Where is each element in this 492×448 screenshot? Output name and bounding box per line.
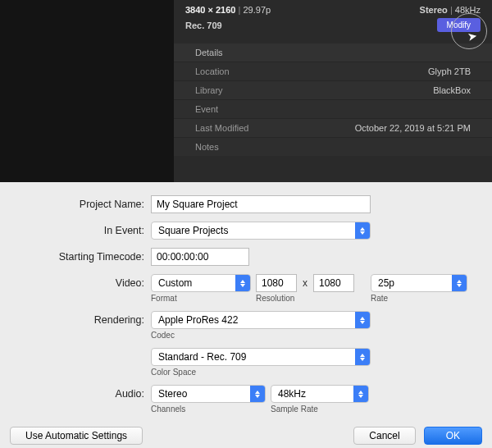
format-sublabel: Format (151, 294, 251, 303)
rendering-label: Rendering: (10, 311, 151, 326)
project-settings-dialog: Project Name: In Event: Square Projects … (0, 182, 492, 448)
project-name-label: Project Name: (10, 195, 151, 210)
detail-row-location: Location Glyph 2TB (174, 62, 492, 80)
samplerate-select[interactable]: 48kHz (271, 385, 369, 403)
colorspace-select[interactable]: Standard - Rec. 709 (151, 348, 371, 366)
audio-label: Audio: (10, 385, 151, 400)
modify-button[interactable]: Modify (437, 18, 481, 32)
project-name-input[interactable] (151, 195, 371, 213)
inspector-panel: 3840 × 2160 | 29.97p Stereo | 48kHz Rec.… (0, 0, 492, 182)
inspector-info: 3840 × 2160 | 29.97p Stereo | 48kHz Rec.… (174, 0, 492, 182)
audio-mode: Stereo | 48kHz (420, 5, 481, 15)
video-label: Video: (10, 274, 151, 289)
chevron-updown-icon (355, 222, 370, 239)
chevron-updown-icon (452, 275, 467, 291)
chevron-updown-icon (353, 386, 368, 402)
res-height-input[interactable] (313, 274, 354, 292)
ok-button[interactable]: OK (424, 427, 482, 445)
details-header: Details (174, 43, 492, 62)
chevron-updown-icon (250, 386, 265, 402)
detail-row-modified: Last Modified October 22, 2019 at 5:21 P… (174, 118, 492, 137)
channels-sublabel: Channels (151, 405, 266, 414)
rate-select[interactable]: 25p (371, 274, 467, 292)
channels-select[interactable]: Stereo (151, 385, 266, 403)
chevron-updown-icon (355, 349, 370, 365)
resolution-text: 3840 × 2160 | 29.97p (185, 5, 271, 15)
timecode-label: Starting Timecode: (10, 248, 151, 263)
colorspace-sublabel: Color Space (151, 368, 371, 377)
timecode-input[interactable] (151, 248, 249, 266)
automatic-settings-button[interactable]: Use Automatic Settings (10, 427, 143, 445)
detail-row-library: Library BlackBox (174, 80, 492, 99)
codec-select[interactable]: Apple ProRes 422 (151, 311, 371, 329)
res-width-input[interactable] (256, 274, 297, 292)
chevron-updown-icon (355, 312, 370, 328)
detail-row-notes: Notes (174, 137, 492, 156)
in-event-select[interactable]: Square Projects (151, 222, 371, 240)
detail-row-event: Event (174, 99, 492, 118)
colorspace-text: Rec. 709 (185, 21, 222, 30)
viewer-placeholder (0, 0, 174, 182)
samplerate-sublabel: Sample Rate (271, 405, 369, 414)
format-select[interactable]: Custom (151, 274, 251, 292)
in-event-label: In Event: (10, 222, 151, 236)
times-icon: x (302, 277, 308, 289)
chevron-updown-icon (235, 275, 250, 291)
rate-sublabel: Rate (371, 294, 467, 303)
cancel-button[interactable]: Cancel (353, 427, 415, 445)
resolution-sublabel: Resolution (256, 294, 354, 303)
codec-sublabel: Codec (151, 331, 371, 340)
